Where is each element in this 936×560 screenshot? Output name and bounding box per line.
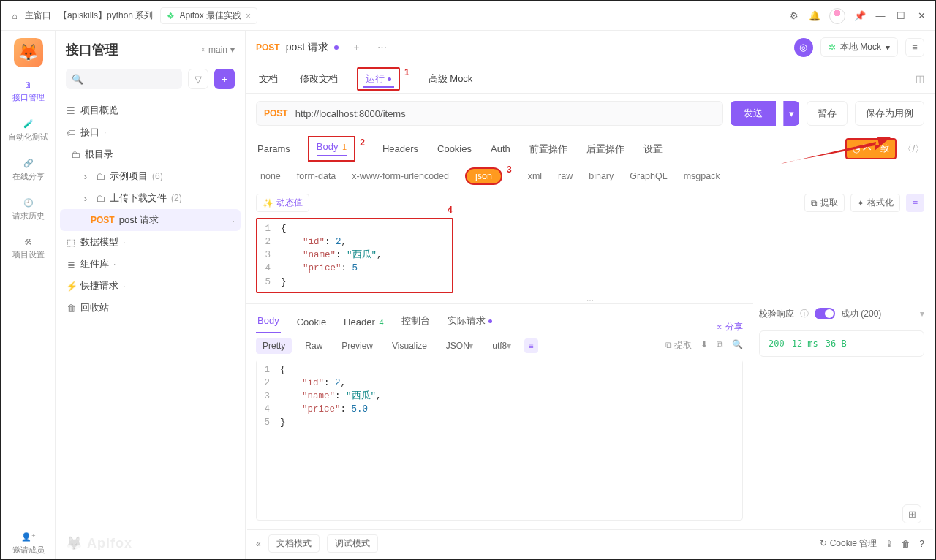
tree-components[interactable]: ≣组件库 · bbox=[60, 253, 241, 275]
resptab-cookie[interactable]: Cookie bbox=[295, 311, 328, 333]
tree-root-dir[interactable]: 🗀根目录 bbox=[60, 143, 241, 165]
debug-mode-button[interactable]: 调试模式 bbox=[327, 534, 378, 553]
project-crumb[interactable]: 【apiskills】python 系列 bbox=[58, 10, 153, 22]
bodytype-binary[interactable]: binary bbox=[589, 171, 614, 181]
bodytype-form[interactable]: form-data bbox=[297, 171, 336, 181]
resptab-console[interactable]: 控制台 bbox=[400, 309, 431, 333]
info-icon[interactable]: ⓘ bbox=[800, 308, 809, 320]
tree-folder-1[interactable]: ›🗀上传下载文件 (2) bbox=[60, 187, 241, 209]
rail-settings[interactable]: 🛠项目设置 bbox=[1, 235, 55, 263]
cookie-manager-button[interactable]: ↻ Cookie 管理 bbox=[820, 537, 877, 550]
tab-more-button[interactable]: ⋯ bbox=[374, 39, 390, 56]
resp-format-json[interactable]: JSON ▾ bbox=[440, 338, 479, 353]
bodytype-raw[interactable]: raw bbox=[558, 171, 573, 181]
subtab-edit-doc[interactable]: 修改文档 bbox=[297, 67, 341, 91]
bodytype-none[interactable]: none bbox=[260, 171, 281, 181]
doc-tab[interactable]: ❖ Apifox 最佳实践 × bbox=[160, 7, 257, 24]
avatar[interactable] bbox=[829, 8, 845, 24]
run-collection-button[interactable]: ◎ bbox=[794, 38, 813, 57]
resptab-header[interactable]: Header 4 bbox=[342, 311, 385, 333]
url-input[interactable]: POST http://localhost:8000/items bbox=[256, 101, 723, 126]
collapse-sidebars-button[interactable]: « bbox=[256, 539, 261, 549]
respview-visualize[interactable]: Visualize bbox=[386, 338, 433, 353]
bell-icon[interactable]: 🔔 bbox=[809, 10, 820, 22]
search-input[interactable]: 🔍 bbox=[66, 69, 182, 89]
help-icon[interactable]: ? bbox=[919, 539, 924, 549]
new-tab-button[interactable]: ＋ bbox=[349, 38, 364, 57]
resptab-actual[interactable]: 实际请求 bbox=[446, 309, 494, 333]
bodytype-xml[interactable]: xml bbox=[528, 171, 542, 181]
trash-icon[interactable]: 🗑 bbox=[902, 539, 910, 549]
reqtab-settings[interactable]: 设置 bbox=[642, 137, 664, 162]
pin-icon[interactable]: 📌 bbox=[854, 10, 866, 22]
reqtab-cookies[interactable]: Cookies bbox=[436, 137, 473, 160]
dynamic-value-button[interactable]: ✨动态值 bbox=[256, 194, 309, 212]
maximize-icon[interactable]: ☐ bbox=[895, 10, 907, 22]
upload-icon[interactable]: ⇪ bbox=[886, 539, 893, 549]
resp-extract-button[interactable]: ⧉ 提取 bbox=[665, 339, 692, 352]
copy-icon[interactable]: ⧉ bbox=[717, 339, 723, 352]
bodytype-json[interactable]: json bbox=[465, 167, 502, 185]
response-body-viewer[interactable]: 12345 { "id": 2, "name": "西瓜", "price": … bbox=[257, 360, 742, 433]
close-icon[interactable]: × bbox=[246, 11, 251, 21]
resptab-body[interactable]: Body bbox=[256, 309, 281, 333]
request-tab[interactable]: POST post 请求 bbox=[256, 41, 339, 54]
bodytype-graphql[interactable]: GraphQL bbox=[630, 171, 667, 181]
resp-wrap-toggle[interactable]: ≡ bbox=[524, 338, 538, 353]
reqtab-pre[interactable]: 前置操作 bbox=[528, 137, 569, 162]
minimize-icon[interactable]: — bbox=[875, 10, 886, 22]
save-case-button[interactable]: 保存为用例 bbox=[855, 101, 924, 126]
format-button[interactable]: ✦格式化 bbox=[850, 194, 900, 212]
tree-active-request[interactable]: POSTpost 请求· bbox=[60, 209, 241, 231]
doc-mode-button[interactable]: 文档模式 bbox=[268, 534, 320, 553]
rail-automation[interactable]: 🧪自动化测试 bbox=[1, 116, 55, 145]
bodytype-xform[interactable]: x-www-form-urlencoded bbox=[352, 171, 449, 181]
tree-api-root[interactable]: 🏷接口 · bbox=[60, 121, 241, 143]
tree-overview[interactable]: ☰项目概览 bbox=[60, 99, 241, 121]
subtab-adv-mock[interactable]: 高级 Mock bbox=[426, 67, 476, 91]
env-selector[interactable]: ✲本地 Mock▾ bbox=[820, 37, 898, 57]
resp-encoding[interactable]: utf8 ▾ bbox=[486, 338, 516, 353]
tree-folder-0[interactable]: ›🗀示例项目 (6) bbox=[60, 165, 241, 187]
home-crumb[interactable]: ⌂ 主窗口 bbox=[9, 10, 51, 22]
close-window-icon[interactable]: ✕ bbox=[916, 10, 927, 22]
reqtab-body[interactable]: Body 1 bbox=[308, 136, 355, 162]
add-button[interactable]: + bbox=[214, 69, 235, 89]
subtab-run[interactable]: 运行 bbox=[357, 67, 400, 91]
subtab-doc[interactable]: 文档 bbox=[256, 67, 281, 91]
save-draft-button[interactable]: 暂存 bbox=[807, 101, 848, 126]
send-dropdown[interactable]: ▾ bbox=[783, 101, 799, 126]
split-view-icon[interactable]: ◫ bbox=[916, 73, 924, 84]
reqtab-auth[interactable]: Auth bbox=[489, 137, 512, 160]
rail-api[interactable]: 🗓接口管理 bbox=[1, 77, 55, 106]
rail-share[interactable]: 🔗在线分享 bbox=[1, 156, 55, 185]
respview-preview[interactable]: Preview bbox=[336, 338, 379, 353]
download-icon[interactable]: ⬇ bbox=[701, 339, 708, 352]
panel-toggle-button[interactable]: ≡ bbox=[905, 38, 924, 57]
respview-raw[interactable]: Raw bbox=[299, 338, 328, 353]
tree-quick-request[interactable]: ⚡快捷请求 · bbox=[60, 275, 241, 297]
tree-data-models[interactable]: ⬚数据模型 · bbox=[60, 231, 241, 253]
respview-pretty[interactable]: Pretty bbox=[256, 338, 292, 354]
branch-selector[interactable]: ᚼmain▾ bbox=[200, 45, 235, 55]
reqtab-params[interactable]: Params bbox=[256, 137, 292, 160]
wrap-toggle[interactable]: ≡ bbox=[906, 194, 924, 212]
floating-settings-button[interactable]: ⊞ bbox=[902, 504, 921, 523]
search-icon[interactable]: 🔍 bbox=[732, 339, 743, 352]
extract-button[interactable]: ⧉提取 bbox=[804, 194, 845, 212]
filter-button[interactable]: ▽ bbox=[188, 69, 208, 89]
validate-toggle[interactable] bbox=[815, 308, 835, 319]
share-button[interactable]: ∝分享 bbox=[716, 321, 743, 333]
gear-icon[interactable]: ⚙ bbox=[788, 10, 800, 22]
chevron-down-icon[interactable]: ▾ bbox=[920, 309, 924, 319]
code-icon[interactable]: 〈/〉 bbox=[902, 143, 924, 156]
reqtab-headers[interactable]: Headers bbox=[381, 137, 420, 160]
reqtab-post[interactable]: 后置操作 bbox=[585, 137, 626, 162]
rail-history[interactable]: 🕘请求历史 bbox=[1, 195, 55, 224]
tree-recycle[interactable]: 🗑回收站 bbox=[60, 297, 241, 319]
bodytype-msgpack[interactable]: msgpack bbox=[684, 171, 720, 181]
diff-badge[interactable]: ◔不一致 bbox=[845, 138, 897, 159]
send-button[interactable]: 发送 bbox=[731, 101, 776, 126]
rail-invite[interactable]: 👤⁺邀请成员 bbox=[1, 529, 55, 559]
request-body-editor[interactable]: 12345 { "id": 2, "name": "西瓜", "price": … bbox=[257, 219, 452, 292]
